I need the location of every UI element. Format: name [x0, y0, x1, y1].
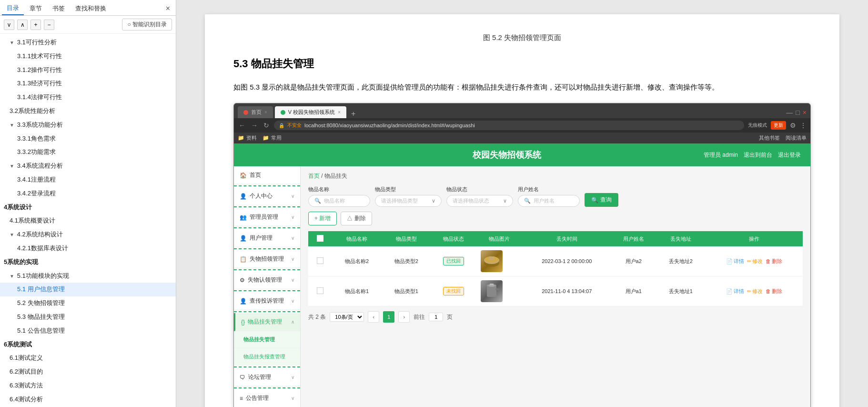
toc-item-6-3[interactable]: 6.3测试方法: [0, 379, 176, 393]
toc-close-button[interactable]: ×: [162, 3, 174, 14]
toc-item-3-3-2[interactable]: 3.3.2功能需求: [0, 145, 176, 159]
page-1-btn[interactable]: 1: [383, 311, 394, 323]
toc-item-3-1[interactable]: ▼ 3.1可行性分析: [0, 36, 176, 50]
filter-select-status[interactable]: 请选择物品状态 ∨: [446, 195, 513, 207]
edit-btn-1[interactable]: ✏ 修改: [747, 258, 763, 265]
tab-close-home[interactable]: ×: [264, 110, 267, 115]
add-tab-button[interactable]: +: [348, 110, 358, 118]
toc-item-3-3[interactable]: ▼ 3.3系统功能分析: [0, 118, 176, 132]
toc-item-5-2[interactable]: 5.2 失物招领管理: [0, 296, 176, 310]
logout-link[interactable]: 退出登录: [778, 151, 801, 159]
page-size-select[interactable]: 10条/页: [330, 312, 364, 322]
tab-close-app[interactable]: ×: [338, 110, 341, 115]
nav-refresh-btn[interactable]: ↻: [262, 121, 270, 130]
quit-platform-link[interactable]: 退出到前台: [744, 151, 772, 159]
sidebar-item-user-mgmt[interactable]: 👤 用户管理 ∨: [234, 229, 300, 247]
toc-item-5-3[interactable]: 5.3 物品挂失管理: [0, 310, 176, 324]
toc-remove-btn[interactable]: −: [44, 20, 54, 30]
browser-minimize-btn[interactable]: —: [786, 109, 793, 116]
add-button[interactable]: + 新增: [308, 212, 337, 225]
row2-checkbox[interactable]: [317, 287, 323, 294]
sidebar-item-lost-item[interactable]: {} 物品挂失管理 ∧: [234, 313, 300, 331]
data-table: 物品名称 物品类型 物品状态 物品图片 丢失时间 用户姓名 丢失地址 操作: [308, 231, 803, 306]
sidebar-item-lost-found[interactable]: 📋 失物招领管理 ∨: [234, 250, 300, 268]
delete-btn-1[interactable]: 🗑 删除: [766, 258, 782, 265]
sidebar-item-home[interactable]: 🏠 首页: [234, 166, 300, 184]
toc-item-4-1[interactable]: 4.1系统概要设计: [0, 214, 176, 228]
bookmark-common[interactable]: 📁 常用: [262, 134, 282, 142]
smart-toc-button[interactable]: ○ 智能识别目录: [122, 19, 172, 31]
toc-collapse-btn[interactable]: ∧: [17, 20, 28, 30]
bookmark-materials[interactable]: 📁 资料: [238, 134, 257, 142]
sidebar-item-lost-item-sub2[interactable]: 物品挂失报查管理: [234, 348, 300, 366]
detail-btn-2[interactable]: 📄 详情: [726, 288, 744, 295]
update-button[interactable]: 更新: [771, 121, 786, 130]
tab-chapters[interactable]: 章节: [25, 2, 47, 15]
nav-back-btn[interactable]: ←: [238, 121, 246, 130]
prev-page-btn[interactable]: ‹: [368, 311, 379, 323]
browser-restore-btn[interactable]: □: [796, 109, 799, 116]
sidebar-item-complaint[interactable]: 👤 查传投诉管理 ∨: [234, 292, 300, 310]
toc-item-3-4-2[interactable]: 3.4.2登录流程: [0, 187, 176, 201]
goto-input[interactable]: [429, 313, 443, 321]
toc-item-6-1[interactable]: 6.1测试定义: [0, 351, 176, 365]
toc-item-6-2[interactable]: 6.2测试目的: [0, 365, 176, 379]
filter-input-name[interactable]: 🔍 物品名称: [308, 195, 370, 207]
bookmark-others[interactable]: 其他书签: [759, 134, 780, 142]
nav-forward-btn[interactable]: →: [250, 121, 259, 130]
toc-item-3-1-4[interactable]: 3.1.4法律可行性: [0, 91, 176, 104]
dropdown-icon-status: ∨: [503, 198, 507, 204]
toc-item-4-2-1[interactable]: 4.2.1数据库表设计: [0, 242, 176, 255]
toc-item-3-3-1[interactable]: 3.3.1角色需求: [0, 132, 176, 146]
browser-close-btn[interactable]: ×: [803, 109, 807, 116]
sidebar-item-forum[interactable]: 🗨 论坛管理 ∨: [234, 368, 300, 387]
toc-expand-btn[interactable]: v: [4, 20, 14, 30]
smart-toc-label: 智能识别目录: [132, 21, 167, 28]
row1-checkbox[interactable]: [317, 257, 323, 264]
header-checkbox[interactable]: [317, 235, 323, 242]
extensions-btn[interactable]: ⚙: [790, 122, 796, 129]
tab-bookmarks[interactable]: 书签: [48, 2, 70, 15]
delete-button[interactable]: △ 删除: [341, 212, 372, 225]
toc-item-4[interactable]: 4系统设计: [0, 201, 176, 214]
toc-item-6[interactable]: 6系统测试: [0, 338, 176, 352]
tab-find-replace[interactable]: 查找和替换: [71, 2, 111, 15]
url-bar[interactable]: 🔒 不安全 localhost:8080/xiaoyuansiwuzhaolin…: [274, 121, 744, 130]
search-button[interactable]: 🔍 查询: [585, 193, 618, 207]
sidebar-item-personal[interactable]: 👤 个人中心 ∨: [234, 187, 300, 205]
toc-item-3-4[interactable]: ▼ 3.4系统流程分析: [0, 159, 176, 173]
filter-select-type[interactable]: 请选择物品类型 ∨: [375, 195, 442, 207]
sidebar-item-notice[interactable]: ≡ 公告管理 ∨: [234, 389, 300, 407]
toc-item-5-1-pub[interactable]: 5.1 公告信息管理: [0, 324, 176, 338]
toc-item-5-1-func[interactable]: ▼ 5.1功能模块的实现: [0, 269, 176, 283]
sidebar-item-claim-mgmt[interactable]: ⚙ 失物认领管理 ∨: [234, 271, 300, 289]
toc-item-3-1-2[interactable]: 3.1.2操作可行性: [0, 63, 176, 77]
breadcrumb-home[interactable]: 首页: [308, 173, 320, 179]
toc-item-5-1-user[interactable]: 5.1 用户信息管理: [0, 283, 176, 296]
delete-btn-2[interactable]: 🗑 删除: [766, 288, 782, 295]
sidebar-item-lost-item-sub1[interactable]: 物品挂失管理: [234, 331, 300, 348]
detail-btn-1[interactable]: 📄 详情: [726, 258, 744, 265]
folder-icon-2: 📁: [262, 135, 269, 141]
toc-item-3-4-1[interactable]: 3.4.1注册流程: [0, 173, 176, 187]
browser-tab-home[interactable]: 首页 ×: [238, 106, 273, 118]
toc-add-btn[interactable]: +: [30, 20, 41, 30]
filter-group-status: 物品状态 请选择物品状态 ∨: [446, 186, 513, 207]
tab-toc[interactable]: 目录: [2, 2, 24, 15]
bookmark-reading[interactable]: 阅读清单: [786, 134, 807, 142]
next-page-btn[interactable]: ›: [398, 311, 410, 323]
toc-toolbar: v ∧ + − ○ 智能识别目录: [0, 16, 176, 34]
filter-input-user[interactable]: 🔍 用户姓名: [518, 195, 580, 207]
browser-menu-btn[interactable]: ⋮: [800, 122, 807, 129]
toc-item-6-4[interactable]: 6.4测试分析: [0, 393, 176, 407]
toc-item-3-1-3[interactable]: 3.1.3经济可行性: [0, 77, 176, 91]
browser-tab-app[interactable]: V 校园失物招领系统 ×: [275, 106, 346, 118]
sidebar-item-admin-mgmt[interactable]: 👥 管理员管理 ∨: [234, 208, 300, 226]
toc-item-3-1-1[interactable]: 3.1.1技术可行性: [0, 50, 176, 63]
toc-item-4-2[interactable]: ▼ 4.2系统结构设计: [0, 228, 176, 242]
cell-name-1: 物品名称2: [332, 246, 382, 276]
svg-rect-3: [489, 256, 495, 260]
edit-btn-2[interactable]: ✏ 修改: [747, 288, 763, 295]
toc-item-5[interactable]: 5系统的实现: [0, 255, 176, 269]
toc-item-3-2[interactable]: 3.2系统性能分析: [0, 104, 176, 118]
